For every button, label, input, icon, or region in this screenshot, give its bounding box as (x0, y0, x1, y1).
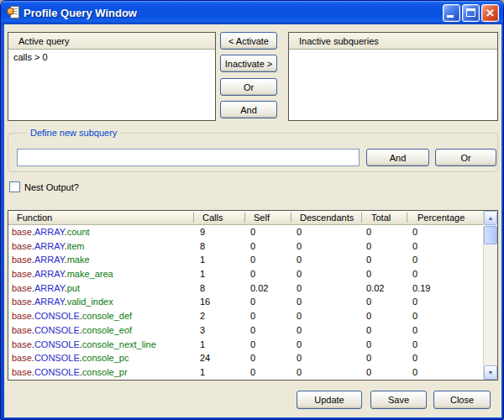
self-cell: 0 (244, 267, 291, 281)
inactivate-button[interactable]: Inactivate > (220, 55, 277, 72)
column-header-calls[interactable]: Calls (193, 211, 244, 224)
define-subquery-groupbox: Define new subquery And Or (8, 133, 498, 172)
self-cell: 0 (244, 253, 291, 267)
table-row[interactable]: base.ARRAY.count 9 0 0 0 0 (8, 225, 483, 239)
table-row[interactable]: base.ARRAY.make_area 1 0 0 0 0 (8, 267, 483, 281)
percentage-cell: 0 (407, 239, 483, 254)
table-row[interactable]: base.ARRAY.make 1 0 0 0 0 (8, 253, 483, 267)
percentage-cell: 0 (407, 225, 483, 239)
subquery-input[interactable] (17, 149, 360, 166)
table-row[interactable]: base.CONSOLE.console_pc 24 0 0 0 0 (8, 351, 483, 365)
total-cell: 0 (361, 253, 407, 267)
total-cell: 0 (361, 351, 407, 365)
descendants-cell: 0 (291, 309, 361, 323)
calls-cell: 1 (193, 365, 244, 380)
table-row[interactable]: base.ARRAY.item 8 0 0 0 0 (8, 239, 483, 254)
calls-cell: 8 (193, 239, 244, 254)
dialog-client-area: Active query calls > 0 < Activate Inacti… (4, 24, 501, 417)
profile-results-table: Function Calls Self Descendants Total Pe… (8, 210, 498, 381)
column-header-total[interactable]: Total (361, 211, 407, 224)
descendants-cell: 0 (291, 338, 361, 352)
percentage-cell: 0 (407, 365, 483, 380)
self-cell: 0 (244, 365, 291, 380)
and-transfer-button[interactable]: And (220, 101, 277, 118)
calls-cell: 16 (193, 295, 244, 309)
update-button[interactable]: Update (297, 391, 362, 409)
table-row[interactable]: base.ARRAY.put 8 0.02 0 0.02 0.19 (8, 281, 483, 296)
table-row[interactable]: base.ARRAY.valid_index 16 0 0 0 0 (8, 295, 483, 309)
minimize-button[interactable] (443, 4, 460, 22)
percentage-cell: 0 (407, 253, 483, 267)
close-dialog-button[interactable]: Close (433, 391, 491, 409)
descendants-cell: 0 (291, 253, 361, 267)
percentage-cell: 0 (407, 295, 483, 309)
percentage-cell: 0 (407, 338, 483, 352)
active-query-panel: Active query calls > 0 (8, 32, 216, 121)
function-cell: base.ARRAY.put (8, 281, 193, 296)
scrollbar-track[interactable] (484, 244, 497, 365)
titlebar[interactable]: Profile Query Window ✕ (1, 1, 503, 24)
total-cell: 0 (361, 365, 407, 380)
table-row[interactable]: base.CONSOLE.console_pr 1 0 0 0 0 (8, 365, 483, 380)
scroll-down-button[interactable]: ▼ (484, 365, 497, 380)
descendants-cell: 0 (291, 323, 361, 338)
active-query-item[interactable]: calls > 0 (8, 50, 215, 64)
inactive-subqueries-panel: Inactive subqueries (288, 32, 498, 121)
table-row[interactable]: base.CONSOLE.console_next_line 1 0 0 0 0 (8, 338, 483, 352)
calls-cell: 1 (193, 338, 244, 352)
vertical-scrollbar[interactable]: ▲ ▼ (483, 211, 497, 380)
descendants-cell: 0 (291, 267, 361, 281)
column-header-descendants[interactable]: Descendants (291, 211, 361, 224)
table-row[interactable]: base.CONSOLE.console_eof 3 0 0 0 0 (8, 323, 483, 338)
descendants-cell: 0 (291, 365, 361, 380)
activate-button[interactable]: < Activate (220, 32, 277, 50)
self-cell: 0 (244, 351, 291, 365)
percentage-cell: 0 (407, 309, 483, 323)
percentage-cell: 0 (407, 267, 483, 281)
self-cell: 0 (244, 295, 291, 309)
profile-query-window: Profile Query Window ✕ Active query call… (0, 0, 504, 420)
maximize-button[interactable] (462, 4, 480, 22)
self-cell: 0 (244, 225, 291, 239)
function-cell: base.CONSOLE.console_next_line (8, 338, 193, 352)
total-cell: 0 (361, 338, 407, 352)
nest-output-checkbox[interactable] (9, 181, 20, 192)
column-header-percentage[interactable]: Percentage (407, 211, 483, 224)
percentage-cell: 0 (407, 351, 483, 365)
column-header-self[interactable]: Self (244, 211, 291, 224)
nest-output-label: Nest Output? (24, 182, 79, 192)
active-query-header: Active query (8, 33, 215, 50)
total-cell: 0 (361, 295, 407, 309)
self-cell: 0 (244, 338, 291, 352)
or-subquery-button[interactable]: Or (435, 149, 496, 166)
save-button[interactable]: Save (370, 391, 427, 409)
close-icon: ✕ (482, 5, 498, 21)
or-transfer-button[interactable]: Or (220, 78, 277, 96)
total-cell: 0 (361, 309, 407, 323)
total-cell: 0 (361, 239, 407, 254)
calls-cell: 3 (193, 323, 244, 338)
function-cell: base.CONSOLE.console_pr (8, 365, 193, 380)
active-query-list[interactable]: calls > 0 (8, 50, 215, 120)
total-cell: 0 (361, 323, 407, 338)
inactive-subqueries-list[interactable] (289, 50, 497, 120)
table-row[interactable]: base.CONSOLE.console_def 2 0 0 0 0 (8, 309, 483, 323)
maximize-icon (466, 8, 475, 17)
column-header-function[interactable]: Function (8, 211, 193, 224)
calls-cell: 9 (193, 225, 244, 239)
self-cell: 0.02 (244, 281, 291, 296)
scroll-up-button[interactable]: ▲ (484, 211, 497, 225)
close-button[interactable]: ✕ (481, 4, 499, 22)
function-cell: base.ARRAY.count (8, 225, 193, 239)
total-cell: 0.02 (361, 281, 407, 296)
window-icon (7, 6, 20, 19)
percentage-cell: 0.19 (407, 281, 483, 296)
scrollbar-thumb[interactable] (484, 226, 497, 244)
descendants-cell: 0 (291, 295, 361, 309)
window-title: Profile Query Window (24, 7, 443, 19)
percentage-cell: 0 (407, 323, 483, 338)
table-body: base.ARRAY.count 9 0 0 0 0 base.ARRAY.it… (8, 225, 483, 380)
function-cell: base.ARRAY.valid_index (8, 295, 193, 309)
calls-cell: 1 (193, 253, 244, 267)
and-subquery-button[interactable]: And (366, 149, 429, 166)
